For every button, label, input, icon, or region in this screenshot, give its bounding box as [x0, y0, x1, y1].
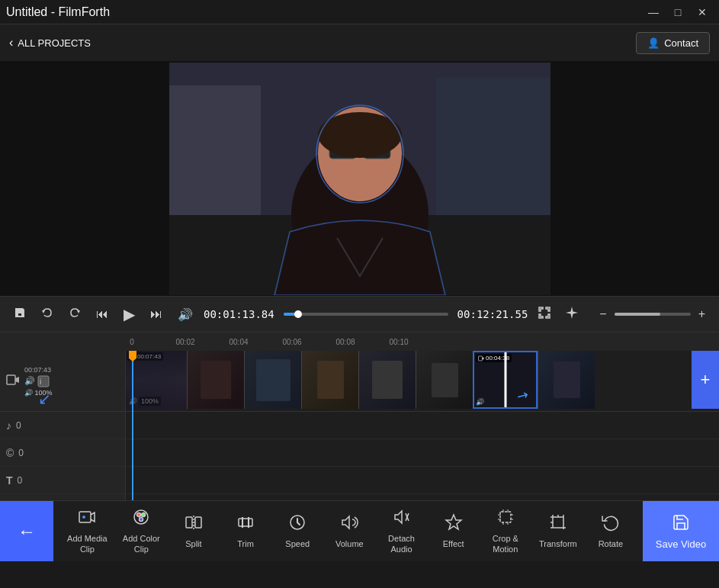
play-button[interactable]: ▶: [119, 302, 140, 326]
add-media-label: Add MediaClip: [67, 534, 108, 554]
music-track-header: ♪ 0: [0, 412, 125, 439]
video-clip-3[interactable]: [244, 351, 301, 409]
crop-motion-icon: [496, 508, 515, 531]
split-handle[interactable]: [504, 352, 506, 407]
timeline-ruler: 0 00:02 00:04 00:06 00:08 00:10: [0, 333, 719, 351]
volume-button[interactable]: 🔊: [173, 304, 197, 325]
minimize-button[interactable]: —: [643, 5, 664, 20]
contact-button[interactable]: 👤 Contact: [636, 32, 710, 54]
add-media-icon: [78, 508, 96, 531]
playhead[interactable]: [132, 351, 133, 500]
progress-thumb: [294, 310, 302, 318]
save-button-transport[interactable]: [9, 304, 30, 325]
video-clip-7[interactable]: 00:04:38 ↗ 🔊: [473, 351, 538, 409]
video-clip-8[interactable]: [538, 351, 595, 409]
app-title: Untitled - FilmForth: [6, 5, 110, 19]
video-clip-2[interactable]: [187, 351, 244, 409]
video-clip-5[interactable]: [358, 351, 416, 409]
preview-canvas: [169, 63, 550, 295]
speed-icon: [288, 513, 307, 536]
enhance-button[interactable]: [561, 304, 583, 325]
svg-rect-34: [500, 512, 511, 522]
clip7-volume: 🔊: [476, 398, 484, 406]
fullscreen-button[interactable]: [534, 304, 555, 325]
detach-audio-label: DetachAudio: [388, 534, 415, 554]
bottom-toolbar: ← Add MediaClip: [0, 500, 719, 561]
svg-rect-2: [169, 85, 261, 223]
ruler-mark-0: 0: [130, 338, 134, 346]
video-clip-6[interactable]: [416, 351, 473, 409]
copyright-icon: ©: [6, 447, 14, 459]
undo-button[interactable]: [37, 304, 58, 325]
zoom-in-button[interactable]: +: [694, 304, 710, 324]
effects-track-label: 0: [18, 448, 24, 458]
transport-controls: ⏮ ▶ ⏭ 🔊 00:01:13.84 00:12:21.55 − +: [0, 296, 719, 333]
music-icon: ♪: [6, 419, 11, 432]
svg-point-10: [318, 112, 402, 158]
video-clip-4[interactable]: [301, 351, 358, 409]
skip-forward-button[interactable]: ⏭: [146, 304, 167, 324]
back-arrow-icon: ←: [18, 521, 36, 542]
crop-motion-label: Crop &Motion: [493, 534, 518, 554]
speed-button[interactable]: Speed: [274, 507, 320, 555]
skip-back-button[interactable]: ⏮: [91, 304, 113, 324]
ruler-mark-8: 00:08: [335, 338, 355, 346]
music-track-label: 0: [16, 420, 21, 431]
crop-motion-button[interactable]: Crop &Motion: [483, 502, 528, 560]
svg-text:i: i: [40, 378, 41, 386]
all-projects-button[interactable]: ‹ ALL PROJECTS: [9, 36, 91, 50]
trim-button[interactable]: Trim: [223, 507, 268, 555]
detach-audio-button[interactable]: DetachAudio: [379, 502, 425, 560]
rotate-button[interactable]: Rotate: [588, 507, 634, 555]
effect-button[interactable]: Effect: [431, 507, 477, 555]
back-arrow-button[interactable]: ←: [0, 501, 53, 561]
ruler-mark-6: 00:06: [282, 338, 301, 346]
track-content: 00:07:43 🔊 100%: [126, 351, 719, 500]
chevron-left-icon: ‹: [9, 36, 13, 50]
split-button[interactable]: Split: [171, 507, 217, 555]
volume-icon: [340, 513, 358, 536]
text-track-row: [126, 467, 719, 494]
zoom-bar[interactable]: [615, 313, 691, 316]
text-track-icon: T: [6, 474, 13, 487]
effect-icon: [445, 513, 463, 536]
maximize-button[interactable]: □: [667, 5, 689, 20]
cursor-arrow-icon: ↙: [38, 390, 51, 408]
ruler-mark-2: 00:02: [175, 338, 194, 346]
svg-rect-24: [186, 517, 192, 528]
header: ‹ ALL PROJECTS 👤 Contact: [0, 24, 719, 61]
contact-label: Contact: [664, 37, 698, 49]
ruler-mark-10: 00:10: [389, 338, 408, 346]
svg-marker-13: [77, 310, 80, 313]
save-video-label: Save Video: [656, 538, 706, 550]
volume-button[interactable]: Volume: [326, 507, 372, 555]
video-preview: [0, 61, 719, 296]
transform-label: Transform: [539, 539, 577, 549]
preview-content: [169, 63, 550, 295]
speed-label: Speed: [285, 539, 310, 549]
save-video-button[interactable]: Save Video: [643, 501, 719, 561]
svg-rect-18: [479, 356, 483, 361]
detach-audio-icon: [393, 508, 411, 531]
svg-rect-3: [436, 78, 550, 230]
zoom-out-button[interactable]: −: [595, 304, 611, 324]
split-label: Split: [185, 539, 201, 549]
svg-rect-35: [553, 517, 563, 528]
user-circle-icon: 👤: [647, 37, 660, 49]
progress-bar[interactable]: [284, 313, 448, 316]
transform-button[interactable]: Transform: [534, 507, 582, 555]
add-color-clip-button[interactable]: Add ColorClip: [118, 502, 165, 560]
video-volume-icon: 🔊: [24, 376, 35, 386]
rotate-icon: [602, 513, 620, 536]
add-clip-button[interactable]: +: [692, 351, 719, 409]
music-track-row: [126, 412, 719, 439]
add-media-clip-button[interactable]: Add MediaClip: [63, 502, 112, 560]
close-button[interactable]: ✕: [692, 5, 713, 20]
rotate-label: Rotate: [599, 539, 623, 549]
timeline-tracks: 00:07:43 🔊 i 🔊 100% ↙ ♪ 0: [0, 351, 719, 500]
preview-image: [169, 63, 550, 295]
transform-icon: [549, 513, 567, 536]
total-time: 00:12:21.55: [457, 308, 528, 320]
redo-button[interactable]: [64, 304, 85, 325]
svg-marker-33: [446, 515, 461, 529]
